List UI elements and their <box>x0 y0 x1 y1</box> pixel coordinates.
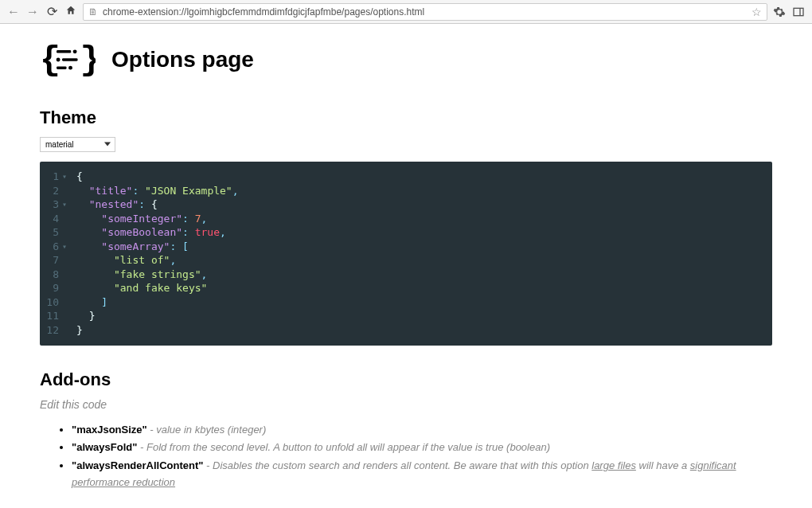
code-content: "nested": { <box>73 197 158 212</box>
reload-button[interactable]: ⟳ <box>45 4 59 19</box>
code-line: 7 "list of", <box>40 253 772 268</box>
code-line: 9 "and fake keys" <box>40 281 772 295</box>
fold-toggle-icon <box>62 212 73 226</box>
code-content: "fake strings", <box>73 268 207 282</box>
svg-point-8 <box>68 66 72 70</box>
fold-toggle-icon <box>62 268 73 282</box>
code-content: "someInteger": 7, <box>73 212 207 226</box>
extension-logo-icon: { } <box>40 40 96 80</box>
code-content: { <box>73 170 83 184</box>
line-number: 5 <box>40 225 62 240</box>
addons-section-title: Add-ons <box>40 369 772 390</box>
addon-description: will have a <box>636 459 690 471</box>
svg-rect-0 <box>794 8 803 15</box>
svg-point-4 <box>73 49 77 53</box>
code-line: 10 ] <box>40 295 772 310</box>
addon-key: "alwaysFold" <box>72 441 137 453</box>
back-button[interactable]: ← <box>6 5 21 19</box>
theme-preview-editor: 1▾{2 "title": "JSON Example",3▾ "nested"… <box>40 162 772 346</box>
svg-rect-6 <box>62 58 78 61</box>
fold-toggle-icon <box>62 184 73 198</box>
address-bar[interactable]: 🗎 ☆ <box>83 3 767 21</box>
line-number: 8 <box>40 268 62 282</box>
addon-item: "alwaysRenderAllContent" - Disables the … <box>72 458 772 491</box>
code-line: 1▾{ <box>40 170 772 184</box>
code-content: "and fake keys" <box>73 281 207 295</box>
addon-description: - Fold from the second level. A button t… <box>137 441 550 453</box>
browser-toolbar: ← → ⟳ 🗎 ☆ <box>0 0 812 24</box>
line-number: 6 <box>40 240 62 254</box>
theme-select[interactable]: material <box>40 137 115 152</box>
addon-key: "maxJsonSize" <box>72 424 147 436</box>
bookmark-star-icon[interactable]: ☆ <box>751 6 762 18</box>
fold-toggle-icon <box>62 309 73 323</box>
addons-list: "maxJsonSize" - value in kbytes (integer… <box>40 422 772 491</box>
page-title: Options page <box>111 47 254 72</box>
page-header: { } Options page <box>40 40 772 80</box>
addon-item: "alwaysFold" - Fold from the second leve… <box>72 440 772 456</box>
forward-button[interactable]: → <box>25 5 40 19</box>
code-line: 12} <box>40 323 772 338</box>
code-line: 2 "title": "JSON Example", <box>40 184 772 198</box>
line-number: 12 <box>40 323 62 338</box>
fold-toggle-icon <box>62 225 73 240</box>
url-input[interactable] <box>103 6 747 18</box>
fold-toggle-icon[interactable]: ▾ <box>62 197 73 212</box>
fold-toggle-icon <box>62 281 73 295</box>
addons-subtitle: Edit this code <box>40 398 772 411</box>
fold-toggle-icon <box>62 253 73 268</box>
svg-rect-3 <box>57 50 71 53</box>
addon-description: - value in kbytes (integer) <box>147 424 267 436</box>
line-number: 4 <box>40 212 62 226</box>
code-content: } <box>73 309 95 323</box>
gear-icon[interactable] <box>772 6 787 18</box>
svg-text:}: } <box>80 41 96 80</box>
line-number: 3 <box>40 197 62 212</box>
addon-key: "alwaysRenderAllContent" <box>72 459 203 471</box>
svg-point-5 <box>57 58 61 62</box>
code-line: 8 "fake strings", <box>40 268 772 282</box>
fold-toggle-icon[interactable]: ▾ <box>62 240 73 254</box>
line-number: 10 <box>40 295 62 310</box>
code-content: "someArray": [ <box>73 240 189 254</box>
code-line: 3▾ "nested": { <box>40 197 772 212</box>
fold-toggle-icon[interactable]: ▾ <box>62 170 73 184</box>
page-content: { } Options page Theme material 1▾{2 "ti… <box>0 24 812 508</box>
home-button[interactable] <box>64 5 78 19</box>
code-line: 4 "someInteger": 7, <box>40 212 772 226</box>
addon-description: - Disables the custom search and renders… <box>203 459 591 471</box>
fold-toggle-icon <box>62 295 73 310</box>
code-line: 5 "someBoolean": true, <box>40 225 772 240</box>
code-line: 11 } <box>40 309 772 323</box>
line-number: 7 <box>40 253 62 268</box>
code-line: 6▾ "someArray": [ <box>40 240 772 254</box>
addon-description: large files <box>591 459 636 471</box>
line-number: 1 <box>40 170 62 184</box>
line-number: 11 <box>40 309 62 323</box>
line-number: 2 <box>40 184 62 198</box>
page-icon: 🗎 <box>88 6 98 18</box>
fold-toggle-icon <box>62 323 73 338</box>
theme-section-title: Theme <box>40 107 772 128</box>
panel-icon[interactable] <box>791 6 806 18</box>
code-content: "someBoolean": true, <box>73 225 226 240</box>
code-content: "list of", <box>73 253 176 268</box>
line-number: 9 <box>40 281 62 295</box>
svg-rect-7 <box>57 66 67 69</box>
code-content: } <box>73 323 83 338</box>
addon-item: "maxJsonSize" - value in kbytes (integer… <box>72 422 772 439</box>
code-content: "title": "JSON Example", <box>73 184 239 198</box>
code-content: ] <box>73 295 107 310</box>
